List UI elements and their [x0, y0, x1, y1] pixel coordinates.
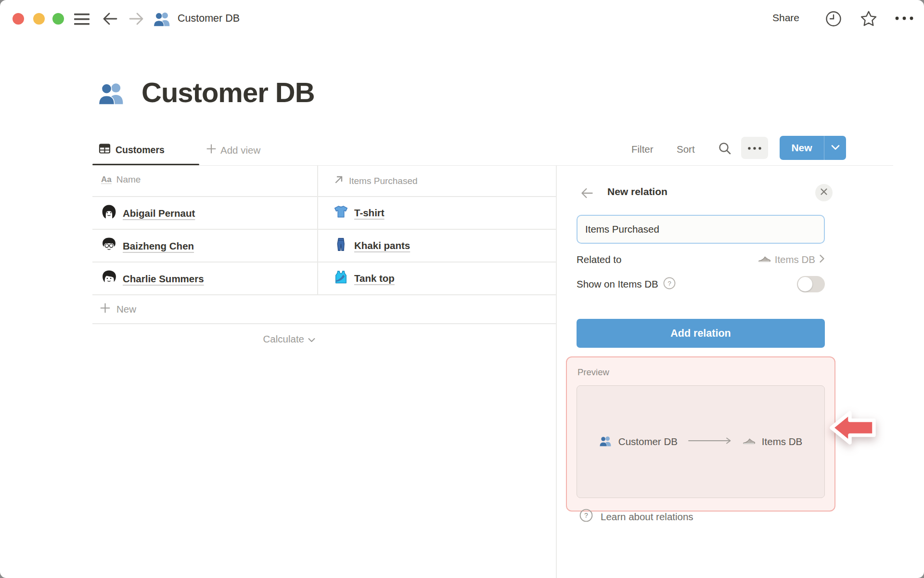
tab-label: Customers [116, 144, 165, 156]
share-button[interactable]: Share [772, 12, 799, 24]
tanktop-icon [334, 270, 348, 287]
relation-value: T-shirt [354, 207, 385, 219]
table-row-item-cell[interactable]: Khaki pants [334, 237, 410, 254]
add-view-button[interactable]: Add view [206, 144, 260, 157]
calculate-button[interactable]: Calculate [92, 333, 315, 345]
back-arrow-icon[interactable] [102, 11, 118, 26]
relation-name-input[interactable] [577, 215, 825, 244]
row-title: Abigail Pernaut [123, 208, 195, 219]
close-window-button[interactable] [13, 13, 24, 25]
minimize-window-button[interactable] [33, 13, 45, 25]
relation-preview-card: Customer DB Items DB [577, 385, 825, 498]
menu-icon[interactable] [74, 13, 90, 25]
show-on-row: Show on Items DB ? [577, 276, 825, 293]
avatar-charlie [101, 270, 117, 288]
more-icon [747, 144, 762, 152]
shoe-icon [757, 252, 771, 268]
new-row-label: New [116, 303, 136, 315]
panel-divider [556, 165, 557, 578]
preview-from-label: Customer DB [618, 436, 678, 447]
tshirt-icon [334, 204, 348, 221]
table-row-item-cell[interactable]: Tank top [334, 270, 395, 287]
help-icon[interactable]: ? [663, 277, 676, 292]
people-icon [98, 79, 126, 109]
toolbar-divider [92, 165, 893, 166]
preview-to-label: Items DB [762, 436, 802, 447]
new-record-button-group: New [780, 136, 846, 160]
relation-arrow-icon [334, 174, 344, 187]
forward-arrow-icon[interactable] [128, 11, 144, 26]
plus-icon [100, 302, 111, 316]
table-row-item-cell[interactable]: T-shirt [334, 204, 385, 221]
add-relation-button[interactable]: Add relation [577, 319, 825, 348]
app-window: Customer DB Share Customer DB Customers … [0, 0, 924, 578]
related-to-db-label: Items DB [775, 254, 815, 265]
calculate-label: Calculate [263, 333, 304, 345]
show-on-toggle[interactable] [797, 276, 825, 292]
row-divider [92, 294, 556, 295]
column-label: Name [116, 174, 141, 185]
red-annotation-arrow-icon [829, 407, 877, 450]
chevron-down-icon [831, 144, 840, 152]
row-divider [92, 323, 556, 324]
relation-value: Khaki pants [354, 240, 410, 251]
close-icon [820, 188, 828, 197]
new-row-button[interactable]: New [100, 302, 136, 316]
more-icon[interactable] [894, 15, 914, 21]
learn-about-relations-link[interactable]: ? Learn about relations [579, 509, 693, 525]
toggle-knob [798, 277, 812, 291]
sort-button[interactable]: Sort [677, 144, 695, 155]
people-icon [153, 10, 171, 30]
svg-text:?: ? [584, 512, 588, 519]
help-icon: ? [579, 509, 593, 525]
shoe-icon [742, 434, 756, 449]
show-on-label-group: Show on Items DB ? [577, 277, 676, 292]
svg-text:?: ? [667, 280, 671, 287]
people-icon [599, 434, 612, 449]
row-divider [92, 196, 556, 197]
text-type-icon: Aa [101, 175, 112, 184]
column-divider [317, 165, 318, 295]
related-to-row[interactable]: Related to Items DB [577, 252, 825, 267]
show-on-label: Show on Items DB [577, 278, 658, 290]
window-title: Customer DB [178, 13, 240, 25]
table-row-name-cell[interactable]: Baizheng Chen [101, 237, 194, 255]
panel-title: New relation [607, 186, 667, 197]
clock-icon[interactable] [825, 10, 842, 27]
table-row-name-cell[interactable]: Abigail Pernaut [101, 204, 195, 222]
chevron-down-icon [308, 333, 315, 345]
new-record-dropdown-button[interactable] [824, 136, 846, 160]
long-arrow-icon [688, 437, 732, 447]
avatar-abigail [101, 204, 117, 222]
preview-label: Preview [578, 367, 609, 378]
relation-value: Tank top [354, 273, 395, 284]
column-header-items-purchased[interactable]: Items Purchased [334, 174, 418, 187]
avatar-baizheng [101, 237, 117, 255]
view-options-button[interactable] [741, 137, 768, 159]
add-view-label: Add view [220, 144, 260, 156]
pants-icon [334, 237, 348, 254]
column-label: Items Purchased [349, 176, 418, 186]
table-row-name-cell[interactable]: Charlie Summers [101, 270, 204, 288]
table-view-icon [99, 143, 111, 157]
learn-label: Learn about relations [601, 511, 693, 523]
filter-button[interactable]: Filter [631, 144, 654, 155]
related-to-label: Related to [577, 254, 621, 265]
zoom-window-button[interactable] [52, 13, 64, 25]
plus-icon [206, 144, 217, 157]
column-header-name[interactable]: Aa Name [101, 174, 141, 185]
row-title: Baizheng Chen [123, 240, 194, 252]
new-record-button[interactable]: New [780, 136, 824, 160]
panel-close-button[interactable] [815, 184, 833, 201]
row-divider [92, 262, 556, 263]
search-icon[interactable] [718, 142, 732, 155]
panel-back-button[interactable] [580, 187, 594, 199]
related-to-value[interactable]: Items DB [757, 252, 825, 268]
star-icon[interactable] [860, 10, 878, 28]
page-title: Customer DB [141, 76, 315, 108]
row-divider [92, 229, 556, 230]
tab-customers[interactable]: Customers [99, 143, 165, 157]
chevron-right-icon [819, 254, 825, 265]
row-title: Charlie Summers [123, 273, 204, 285]
